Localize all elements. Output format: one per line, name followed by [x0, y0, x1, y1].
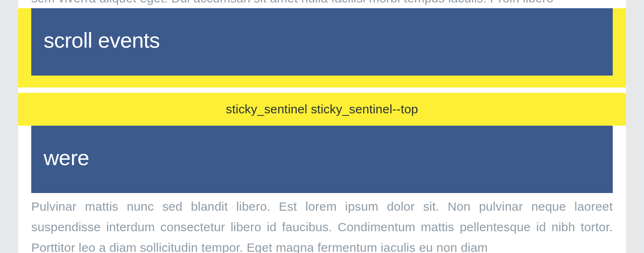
page-viewport: sem viverra aliquet eget. Dui accumsan s…	[0, 0, 644, 253]
sticky-sentinel-top: sticky_sentinel sticky_sentinel--top	[18, 93, 626, 126]
sticky-sentinel-label: sticky_sentinel sticky_sentinel--top	[226, 102, 418, 116]
sticky-header-section1-title: scroll events	[44, 28, 160, 53]
sticky-header-section1[interactable]: scroll events	[31, 8, 613, 76]
sticky-header-section2[interactable]: were	[31, 126, 613, 193]
section2-body-text: Pulvinar mattis nunc sed blandit libero.…	[31, 196, 613, 253]
previous-section-body-clip: sem viverra aliquet eget. Dui accumsan s…	[31, 0, 613, 6]
sticky-header-section2-title: were	[44, 145, 89, 170]
